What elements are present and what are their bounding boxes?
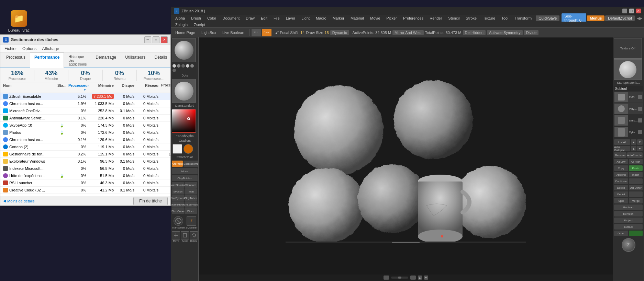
- col-reseau[interactable]: Réseau: [136, 82, 160, 93]
- zmodeler-icon-btn[interactable]: Z: [187, 216, 196, 226]
- list-down-button[interactable]: ▼: [637, 139, 643, 145]
- live-boolean-button[interactable]: Live Boolean: [220, 30, 247, 36]
- subtool-eye-1[interactable]: [638, 95, 642, 99]
- zbrush-canvas[interactable]: ▲ ▼: [199, 37, 613, 281]
- tab-historique[interactable]: Historique des applications: [64, 52, 91, 68]
- table-row[interactable]: Microsoft OneDriv... 0% 252.8 Mo 0.1 Mo/…: [0, 107, 170, 115]
- table-row[interactable]: Explorateur Windows 0.1% 96.3 Mo 0.1 Mo/…: [0, 158, 170, 165]
- claybuildup-button[interactable]: ClayBuildup: [172, 175, 198, 181]
- tb-zplugin[interactable]: Zplugin: [173, 22, 190, 27]
- copy-button[interactable]: Copy: [614, 165, 628, 171]
- tb-macro[interactable]: Macro: [313, 15, 329, 21]
- tb-preferences[interactable]: Preferences: [400, 15, 426, 21]
- tb-color[interactable]: Color: [204, 15, 219, 21]
- rotate-icon-btn[interactable]: [190, 231, 198, 239]
- list-up-button[interactable]: ▲: [631, 139, 636, 145]
- del-hidden-button[interactable]: Del Hidden: [463, 30, 486, 35]
- backfacemask-button[interactable]: BackfaceMask: [184, 161, 199, 167]
- subtool-item-cylinder3d[interactable]: Cylinder3D_1: [614, 127, 643, 138]
- snakehook-button[interactable]: SnakeHook: [185, 201, 197, 208]
- subtool-eye-4[interactable]: [638, 130, 642, 134]
- menu-options[interactable]: Options: [20, 46, 39, 52]
- rename-button[interactable]: Rename: [614, 152, 626, 158]
- background-color[interactable]: [184, 144, 193, 154]
- move2-icon-btn[interactable]: [172, 231, 180, 239]
- auto-collapse-down[interactable]: ▼: [637, 146, 643, 151]
- damstandard-btn[interactable]: DamStandard: [172, 182, 184, 188]
- tb-material[interactable]: Material: [348, 15, 367, 21]
- all-high-button[interactable]: All High: [629, 159, 643, 164]
- col-processeur[interactable]: Processeur ▼: [67, 82, 88, 93]
- subtool-item-polymesh[interactable]: PolyMesh3D: [614, 103, 643, 114]
- menu-affichage[interactable]: Affichage: [39, 46, 62, 52]
- trimdynamic-button[interactable]: TrimDynamic: [172, 195, 184, 201]
- zoom-in-button[interactable]: ▲: [418, 276, 422, 280]
- move-button[interactable]: Move: [172, 168, 198, 174]
- draw-button[interactable]: Draw: [262, 29, 271, 36]
- delete-button[interactable]: Delete: [614, 185, 628, 190]
- activate-sym-button[interactable]: Activate Symmetry: [487, 30, 523, 35]
- pinch-button[interactable]: Pinch: [185, 208, 197, 214]
- standard-button[interactable]: Standard: [185, 182, 197, 188]
- menu-fichier[interactable]: Fichier: [2, 46, 20, 52]
- zbrush-close[interactable]: ✕: [636, 9, 641, 13]
- del-other-button[interactable]: Del Other: [629, 185, 643, 190]
- scale-icon-btn[interactable]: [181, 231, 189, 239]
- extract-button[interactable]: Extract: [614, 224, 643, 230]
- spolish-button[interactable]: sPolish: [172, 188, 184, 195]
- table-row[interactable]: ZBrush Executable 5.1% 7 230.1 Mo 0 Mo/s…: [0, 93, 170, 100]
- color-picker[interactable]: [172, 109, 196, 133]
- canvas-scrollbar-track[interactable]: [391, 277, 408, 279]
- desktop-icon-bureau[interactable]: 📁 Bureau_vrac: [7, 10, 31, 32]
- merge-button[interactable]: Merge: [629, 198, 643, 203]
- tab-performance[interactable]: Performance: [30, 52, 64, 68]
- less-details-link[interactable]: ◀ Moins de détails: [3, 199, 35, 203]
- table-row[interactable]: RSI Launcher 0% 46.3 Mo 0 Mo/s 0 Mbits/s…: [0, 179, 170, 187]
- tb-light[interactable]: Light: [299, 15, 312, 21]
- tb-brush[interactable]: Brush: [188, 15, 204, 21]
- tb-file[interactable]: File: [271, 15, 282, 21]
- end-task-button[interactable]: Fin de tâche: [133, 197, 168, 205]
- tab-utilisateurs[interactable]: Utilisateurs: [121, 52, 150, 68]
- tb-edit[interactable]: Edit: [258, 15, 270, 21]
- dynamic-button[interactable]: Dynamic: [330, 30, 349, 35]
- table-row[interactable]: Indexeur Microsoft ... 0% 56.5 Mo 0 Mo/s…: [0, 165, 170, 172]
- other-button[interactable]: Other: [614, 231, 628, 236]
- texture-off-preview[interactable]: Texture Off: [614, 38, 642, 59]
- col-processeur2[interactable]: Processe...: [160, 82, 170, 93]
- autoreorder-button[interactable]: AutoReorder: [627, 152, 643, 158]
- table-row[interactable]: Gestionnaire de fen... 0.2% 115.1 Mo 0 M…: [0, 151, 170, 158]
- subtool-eye-3[interactable]: [638, 118, 642, 122]
- list-all-button[interactable]: List All: [614, 139, 630, 145]
- divide-button[interactable]: Divide: [524, 30, 539, 35]
- del-all-button[interactable]: Del All: [614, 191, 628, 197]
- project-button[interactable]: Project: [614, 218, 643, 223]
- table-row[interactable]: Photos 🍃 0% 172.6 Mo 0 Mo/s 0 Mbits/s 0%: [0, 129, 170, 136]
- mirror-weld-button[interactable]: Mirror And Weld: [392, 30, 424, 35]
- append-button[interactable]: Append: [614, 172, 628, 177]
- alternate-button[interactable]: Alternate: [172, 161, 183, 167]
- tb-picker[interactable]: Picker: [384, 15, 400, 21]
- table-row[interactable]: SkypeApp (3) 🍃 0% 174.3 Mo 0 Mo/s 0 Mbit…: [0, 122, 170, 129]
- tb-zscript[interactable]: Zscript: [191, 22, 208, 27]
- table-row[interactable]: Chromium host ex... 0.1% 129.6 Mo 0 Mo/s…: [0, 136, 170, 143]
- subtool-eye-2[interactable]: [638, 107, 642, 111]
- tb-texture[interactable]: Texture: [480, 15, 498, 21]
- all-low-button[interactable]: All Low: [614, 159, 628, 164]
- other-action-button[interactable]: [629, 231, 643, 236]
- scroll-left-button[interactable]: [384, 276, 389, 280]
- tb-stroke[interactable]: Stroke: [463, 15, 479, 21]
- zoom-out-button[interactable]: ▼: [424, 276, 428, 280]
- inflat-button[interactable]: Inflat: [185, 188, 197, 195]
- brush-preview[interactable]: [172, 38, 196, 62]
- quicksave-button[interactable]: QuickSave: [536, 15, 559, 21]
- boolean-button[interactable]: Boolean: [614, 204, 643, 210]
- claytubes-button[interactable]: ClayTubes: [185, 195, 197, 201]
- tb-tool[interactable]: Tool: [499, 15, 511, 21]
- subtool-item-simplebrush[interactable]: SimpleBrush: [614, 115, 643, 126]
- defaultzscript-button[interactable]: DefaultZScript: [605, 15, 635, 21]
- edit-button[interactable]: Edit: [252, 29, 261, 36]
- auto-collapse-button[interactable]: Auto Collapse: [614, 146, 630, 151]
- restore-button[interactable]: ↔: [153, 36, 159, 43]
- split-button[interactable]: Split: [614, 198, 628, 203]
